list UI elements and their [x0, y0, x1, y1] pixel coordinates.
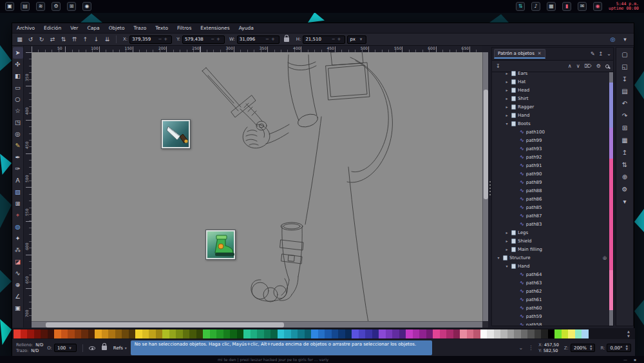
select-all-icon[interactable]: ▦ — [15, 34, 24, 44]
palette-swatch[interactable] — [81, 329, 88, 338]
horizontal-scrollbar[interactable] — [32, 321, 482, 328]
preferences-icon[interactable]: ⚙ — [622, 186, 628, 193]
tree-item-path63[interactable]: ∿path63 — [492, 279, 609, 287]
tree-item-structure[interactable]: ▾Structure◎ — [492, 253, 609, 262]
palette-swatch[interactable] — [243, 329, 251, 338]
rectangle-tool[interactable]: ▭ — [13, 82, 23, 93]
palette-swatch[interactable] — [318, 329, 325, 338]
palette-swatch[interactable] — [514, 329, 521, 338]
palette-swatch[interactable] — [535, 329, 542, 338]
palette-swatch[interactable] — [129, 329, 136, 338]
palette-swatch[interactable] — [541, 329, 548, 338]
tree-item-head[interactable]: ▸Head — [492, 86, 609, 94]
search-icon[interactable] — [605, 64, 609, 68]
rotation-input[interactable]: 0,00°▲▼ — [607, 344, 631, 352]
palette-swatch[interactable] — [575, 329, 582, 338]
palette-swatch[interactable] — [257, 329, 264, 338]
expander-icon[interactable]: ▸ — [504, 71, 509, 75]
palette-swatch[interactable] — [379, 329, 386, 338]
palette-swatch[interactable] — [460, 329, 467, 338]
expander-icon[interactable]: ▾ — [496, 255, 501, 260]
palette-swatch[interactable] — [500, 329, 507, 338]
raise-to-top-icon[interactable]: ⇈ — [70, 34, 79, 44]
palette-swatch[interactable] — [352, 329, 359, 338]
commands-more-icon[interactable]: ▾ — [623, 198, 626, 206]
terminal-icon[interactable]: ≋ — [36, 2, 45, 11]
expander-icon[interactable]: ▾ — [504, 121, 509, 126]
palette-swatch[interactable] — [338, 329, 345, 338]
snap-toggle-icon[interactable]: ◎ — [608, 34, 618, 44]
horizontal-ruler[interactable]: 50100150200250300350400450500550600650 — [32, 46, 482, 52]
tree-item-path59[interactable]: ∿path59 — [492, 312, 609, 320]
menu-capa[interactable]: Capa — [82, 23, 104, 33]
palette-scroll-up-icon[interactable]: ▲ — [623, 329, 634, 334]
tree-item-path92[interactable]: ∿path92 — [492, 153, 609, 161]
palette-swatch[interactable] — [372, 329, 379, 338]
opacity-input[interactable]: 100▾ — [54, 344, 77, 352]
menu-trazo[interactable]: Trazo — [129, 23, 151, 33]
palette-swatch[interactable] — [115, 329, 122, 338]
palette-swatch[interactable] — [413, 329, 420, 338]
calligraphy-tool[interactable]: ✑ — [13, 163, 23, 175]
redo-icon[interactable]: ↷ — [622, 112, 627, 120]
power-icon[interactable]: ◉ — [593, 2, 602, 11]
horizontal-scrollbar-thumb[interactable] — [46, 322, 284, 328]
export-dialog-icon[interactable]: ↥ — [599, 51, 603, 57]
palette-swatch[interactable] — [332, 329, 339, 338]
tree-item-ears[interactable]: ▸Ears — [492, 69, 609, 77]
canvas[interactable] — [32, 52, 482, 321]
rotate-ccw-icon[interactable]: ↺ — [26, 34, 35, 44]
tweak-tool[interactable]: ✦ — [13, 233, 23, 244]
tree-item-path88[interactable]: ∿path88 — [492, 186, 609, 195]
paste-icon[interactable]: ▦ — [621, 137, 627, 144]
palette-swatch[interactable] — [440, 329, 447, 338]
lower-to-bottom-icon[interactable]: ⇊ — [102, 34, 112, 44]
fill-stroke-indicator[interactable]: Relleno:N/D Trazo:N/D — [16, 342, 43, 354]
palette-swatch[interactable] — [68, 329, 75, 338]
lock-ratio-icon[interactable] — [284, 37, 289, 42]
selector-tool[interactable]: ➤ — [13, 47, 23, 59]
tree-item-ragger[interactable]: ▸Ragger — [492, 103, 609, 111]
paint-bucket-tool[interactable]: ◍ — [13, 221, 23, 233]
menu-texto[interactable]: Texto — [151, 23, 173, 33]
palette-swatch[interactable] — [169, 329, 176, 338]
settings-icon[interactable]: ⚙ — [52, 2, 61, 11]
palette-swatch[interactable] — [135, 329, 142, 338]
tree-item-path89[interactable]: ∿path89 — [492, 178, 609, 186]
palette-swatch[interactable] — [216, 329, 223, 338]
palette-swatch[interactable] — [237, 329, 244, 338]
palette-swatch[interactable] — [311, 329, 318, 338]
delete-node-icon[interactable]: ⌦ — [585, 63, 592, 69]
status-overflow-icon[interactable]: ⌄ — [519, 345, 524, 351]
unit-dropdown[interactable]: px▾ — [347, 35, 366, 44]
palette-swatch[interactable] — [75, 329, 82, 338]
tree-item-shield[interactable]: ▸Shield — [492, 237, 609, 245]
rotation-spinner[interactable]: ▲▼ — [626, 345, 628, 351]
ellipse-tool[interactable]: ○ — [13, 93, 23, 105]
close-icon[interactable]: ✕ — [538, 51, 542, 56]
palette-swatch[interactable] — [480, 329, 488, 338]
box-3d-tool[interactable]: ◳ — [13, 117, 23, 128]
shape-builder-tool[interactable]: ◧ — [13, 70, 23, 82]
palette-swatch[interactable] — [527, 329, 535, 338]
palette-swatch[interactable] — [203, 329, 210, 338]
palette-swatch[interactable] — [88, 329, 95, 338]
palette-swatch[interactable] — [95, 329, 102, 338]
vertical-ruler[interactable]: 350400450500550600650700 — [24, 52, 32, 321]
expander-icon[interactable]: ▸ — [504, 239, 509, 243]
palette-swatch[interactable] — [399, 329, 406, 338]
palette-swatch[interactable] — [426, 329, 433, 338]
open-document-icon[interactable]: ◱ — [621, 63, 627, 71]
apps-icon[interactable]: ◉ — [82, 2, 91, 11]
palette-swatch[interactable] — [61, 329, 68, 338]
battery-icon[interactable]: ▮ — [562, 2, 571, 11]
collapse-down-icon[interactable]: ∨ — [576, 63, 580, 69]
menu-ayuda[interactable]: Ayuda — [234, 23, 258, 33]
palette-swatch[interactable] — [183, 329, 190, 338]
palette-swatch[interactable] — [582, 329, 589, 338]
palette-swatch[interactable] — [102, 329, 109, 338]
new-document-icon[interactable]: ▢ — [621, 51, 627, 59]
palette-swatch[interactable] — [156, 329, 163, 338]
layer-selector[interactable]: Refs ▾ — [113, 346, 127, 351]
palette-swatch[interactable] — [162, 329, 169, 338]
